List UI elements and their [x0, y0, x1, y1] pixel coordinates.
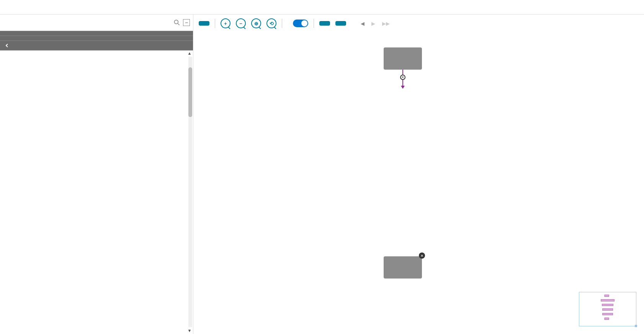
zoom-fit-icon[interactable]: ⊕ — [251, 18, 261, 28]
filter-input[interactable] — [3, 17, 171, 28]
zoom-in-icon[interactable]: + — [221, 18, 230, 28]
category-app-server[interactable] — [0, 36, 193, 41]
category-java[interactable] — [0, 41, 193, 51]
arrow-icon — [401, 86, 405, 89]
version-next-icon: ▶ — [371, 21, 376, 26]
svg-line-1 — [178, 24, 180, 25]
category-clipboard[interactable] — [0, 31, 193, 36]
minimap[interactable] — [579, 292, 636, 326]
separator — [215, 19, 215, 28]
canvas-toolbar: + − ⊕ ⟲ ◀ ▶ ▶▶ — [193, 15, 644, 32]
connector-handle-icon[interactable]: ✕ — [400, 75, 405, 80]
svg-point-0 — [174, 20, 178, 24]
canvas-area: + − ⊕ ⟲ ◀ ▶ ▶▶ ✕ — [193, 15, 644, 334]
autolayout-toggle[interactable] — [293, 20, 308, 27]
scrollbar[interactable] — [188, 57, 192, 327]
palette-sidebar: − ▲ ▼ — [0, 15, 193, 334]
scroll-down-icon[interactable]: ▼ — [187, 328, 192, 333]
collapse-panel-icon[interactable]: − — [183, 19, 190, 26]
minimap-resize-handle[interactable] — [635, 325, 637, 327]
tab-bar — [0, 0, 644, 15]
flow-start-node[interactable] — [384, 47, 422, 70]
zoom-out-icon[interactable]: − — [236, 18, 246, 28]
search-icon[interactable] — [173, 19, 181, 26]
zoom-reset-icon[interactable]: ⟲ — [266, 18, 276, 28]
scrollbar-thumb[interactable] — [188, 67, 192, 117]
save-button[interactable] — [335, 21, 346, 26]
delete-node-icon[interactable]: ✕ — [419, 253, 425, 259]
revert-button[interactable] — [319, 21, 330, 26]
scroll-up-icon[interactable]: ▲ — [187, 51, 192, 56]
version-last-icon: ▶▶ — [381, 21, 391, 26]
palette-tree — [0, 31, 193, 334]
chevron-down-icon — [5, 43, 9, 48]
separator — [282, 19, 282, 28]
flow-finish-node[interactable]: ✕ — [384, 256, 422, 279]
flow-canvas[interactable]: ✕ ✕ — [193, 32, 644, 334]
separator — [314, 19, 314, 28]
version-prev-icon[interactable]: ◀ — [360, 21, 365, 26]
print-button[interactable] — [199, 21, 209, 26]
